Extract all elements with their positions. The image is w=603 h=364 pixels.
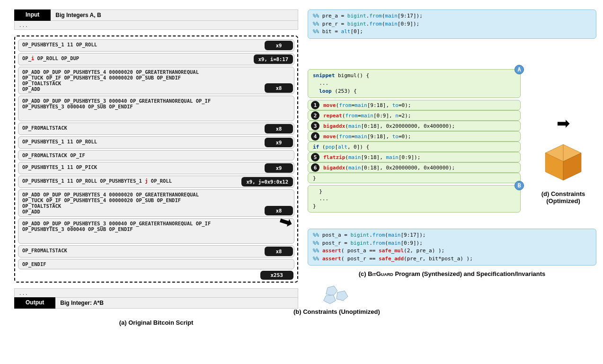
- program-line: 2repeat(from=main[0:9], n=2);: [308, 110, 521, 121]
- program-code: }: [313, 175, 316, 181]
- program-line: 4move(from=main[9:18], to=0);: [308, 131, 521, 142]
- program-code: move(from=main[9:18], to=0);: [323, 102, 411, 108]
- program-line: 1move(from=main[9:18], to=0);: [308, 100, 521, 110]
- op-text: OP_i OP_ROLL OP_DUP: [18, 53, 253, 65]
- program-line: }: [308, 173, 521, 183]
- svg-marker-5: [337, 291, 348, 301]
- repeat-badge: x9: [265, 138, 293, 147]
- caption-c: (c) BitGuard Program (Synthesized) and S…: [308, 270, 596, 277]
- program-footer: } ...}B: [308, 185, 521, 213]
- op-row: OP_PUSHBYTES_1 11 OP_ROLL OP_PUSHBYTES_1…: [18, 176, 294, 188]
- op-text: OP_ADD OP_DUP OP_PUSHBYTES_4 00000020 OP…: [18, 67, 264, 94]
- arrow-right-icon: ➡: [557, 109, 570, 137]
- repeat-badge: x8: [265, 83, 293, 93]
- program-line: 6bigaddx(main[0:18], 0x20000000, 0x40000…: [308, 162, 521, 173]
- letter-a-bubble: A: [514, 65, 524, 74]
- program-code: bigaddx(main[0:18], 0x20000000, 0x400000…: [323, 165, 455, 171]
- step-number-bubble: 5: [311, 153, 319, 161]
- program-line: 3bigaddx(main[0:18], 0x20000000, 0x40000…: [308, 121, 521, 131]
- op-text: OP_ADD OP_DUP OP_PUSHBYTES_3 000040 OP_G…: [18, 219, 294, 243]
- caption-a: (a) Original Bitcoin Script: [14, 319, 298, 326]
- svg-marker-6: [324, 295, 336, 304]
- bitcoin-script-box: OP_PUSHBYTES_1 11 OP_ROLLx9OP_i OP_ROLL …: [14, 36, 298, 283]
- op-text: OP_FROMALTSTACK OP_IF: [18, 151, 294, 160]
- spec-post-box: %% post_a = bigint.from(main[9:17]);%% p…: [308, 229, 596, 266]
- repeat-badge: x8: [265, 247, 293, 256]
- op-row: OP_PUSHBYTES_1 11 OP_PICKx9: [18, 162, 294, 174]
- repeat-badge: x9: [265, 41, 293, 50]
- box-cube-icon: [542, 141, 585, 184]
- op-row: OP_PUSHBYTES_1 11 OP_ROLLx9: [18, 39, 294, 52]
- program-code: repeat(from=main[0:9], n=2);: [323, 113, 411, 119]
- input-block: Input Big Integers A, B . . .: [14, 9, 298, 30]
- op-text: OP_PUSHBYTES_1 11 OP_PICK: [18, 162, 264, 174]
- step-number-bubble: 1: [311, 101, 319, 109]
- input-ellipsis: . . .: [14, 21, 298, 30]
- repeat-badge: x9, i=8:17: [254, 54, 293, 64]
- op-row: OP_ENDIF: [18, 259, 294, 269]
- step-number-bubble: 4: [311, 132, 319, 141]
- op-text: OP_FROMALTSTACK: [18, 246, 264, 257]
- op-row: OP_FROMALTSTACK OP_IF: [18, 150, 294, 160]
- letter-b-bubble: B: [514, 181, 524, 190]
- op-row: OP_ADD OP_DUP OP_PUSHBYTES_3 000040 OP_G…: [18, 96, 294, 121]
- op-row: OP_PUSHBYTES_1 11 OP_ROLLx9: [18, 136, 294, 149]
- op-text: OP_PUSHBYTES_1 11 OP_ROLL OP_PUSHBYTES_1…: [18, 176, 240, 187]
- input-value: Big Integers A, B: [51, 9, 298, 21]
- program-code: bigaddx(main[0:18], 0x20000000, 0x400000…: [323, 123, 455, 129]
- program-header: snippet bigmul() { ... loop (253) {A: [308, 69, 521, 98]
- input-label: Input: [14, 9, 51, 21]
- op-text: OP_FROMALTSTACK: [18, 123, 264, 134]
- rocks-icon: [320, 284, 353, 306]
- program-code: if (pop[alt, 0]) {: [313, 144, 369, 150]
- op-row: OP_ADD OP_DUP OP_PUSHBYTES_3 000040 OP_G…: [18, 218, 294, 244]
- op-row: OP_FROMALTSTACKx8: [18, 123, 294, 135]
- op-text: OP_PUSHBYTES_1 11 OP_ROLL: [18, 137, 264, 148]
- loop-count-badge: x253: [260, 271, 294, 280]
- repeat-badge: x8: [265, 124, 293, 133]
- op-row: OP_i OP_ROLL OP_DUPx9, i=8:17: [18, 53, 294, 65]
- spec-pre-box: %% pre_a = bigint.from(main[9:17]);%% pr…: [308, 9, 596, 39]
- step-number-bubble: 6: [311, 163, 319, 172]
- repeat-badge: x9: [265, 163, 293, 173]
- op-text: OP_ADD OP_DUP OP_PUSHBYTES_4 00000020 OP…: [18, 190, 264, 216]
- program-code: flatzip(main[9:18], main[0:9]);: [323, 154, 420, 160]
- op-text: OP_ENDIF: [18, 259, 294, 269]
- caption-b: (b) Constraints (Unoptimized): [293, 308, 380, 315]
- program-line: 5flatzip(main[9:18], main[0:9]);: [308, 152, 521, 162]
- output-value: Big Integer: A*B: [55, 297, 298, 309]
- output-label: Output: [14, 297, 55, 309]
- step-number-bubble: 3: [311, 122, 319, 130]
- op-row: OP_ADD OP_DUP OP_PUSHBYTES_4 00000020 OP…: [18, 67, 294, 94]
- op-text: OP_PUSHBYTES_1 11 OP_ROLL: [18, 40, 264, 51]
- step-number-bubble: 2: [311, 111, 319, 120]
- repeat-badge: x9, j=0x9:0x12: [241, 177, 293, 186]
- op-row: OP_ADD OP_DUP OP_PUSHBYTES_4 00000020 OP…: [18, 189, 294, 217]
- op-row: OP_FROMALTSTACKx8: [18, 245, 294, 257]
- program-line: if (pop[alt, 0]) {: [308, 142, 521, 152]
- caption-d: (d) Constraints (Optimized): [530, 190, 596, 204]
- program-code: move(from=main[9:18], to=0);: [323, 133, 411, 140]
- output-block: . . . Output Big Integer: A*B: [14, 288, 298, 309]
- op-text: OP_ADD OP_DUP OP_PUSHBYTES_3 000040 OP_G…: [18, 96, 294, 121]
- output-ellipsis: . . .: [14, 288, 298, 297]
- svg-marker-4: [326, 286, 337, 296]
